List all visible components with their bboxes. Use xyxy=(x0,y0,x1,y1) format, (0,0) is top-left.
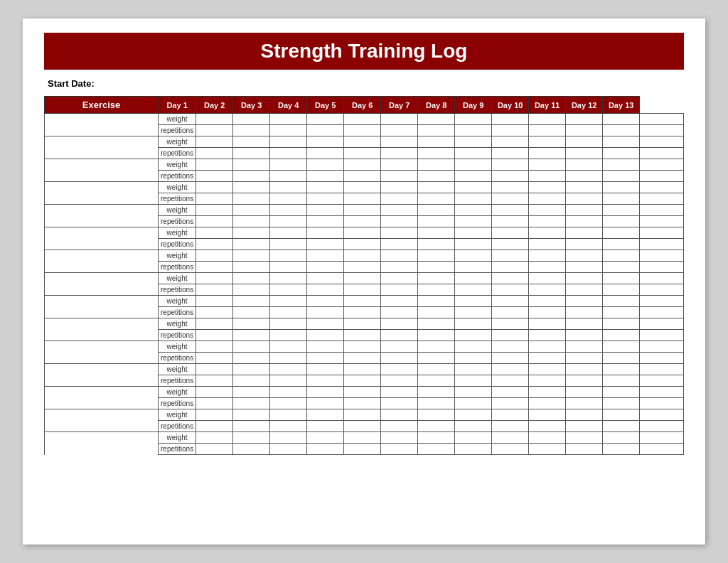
data-cell[interactable] xyxy=(196,364,233,375)
data-cell[interactable] xyxy=(196,171,233,182)
data-cell[interactable] xyxy=(307,216,344,227)
data-cell[interactable] xyxy=(196,398,233,409)
data-cell[interactable] xyxy=(529,182,566,193)
data-cell[interactable] xyxy=(455,330,492,341)
data-cell[interactable] xyxy=(270,262,307,273)
data-cell[interactable] xyxy=(529,159,566,171)
data-cell[interactable] xyxy=(492,421,529,432)
data-cell[interactable] xyxy=(566,387,603,398)
data-cell[interactable] xyxy=(381,330,418,341)
data-cell[interactable] xyxy=(381,375,418,387)
data-cell[interactable] xyxy=(381,432,418,444)
data-cell[interactable] xyxy=(455,125,492,136)
data-cell[interactable] xyxy=(529,444,566,455)
data-cell[interactable] xyxy=(418,171,455,182)
data-cell[interactable] xyxy=(307,227,344,239)
data-cell[interactable] xyxy=(492,284,529,296)
exercise-cell[interactable] xyxy=(45,182,159,205)
data-cell[interactable] xyxy=(381,409,418,421)
data-cell[interactable] xyxy=(529,216,566,227)
data-cell[interactable] xyxy=(492,216,529,227)
data-cell[interactable] xyxy=(344,273,381,284)
data-cell[interactable] xyxy=(640,159,684,171)
data-cell[interactable] xyxy=(196,353,233,364)
data-cell[interactable] xyxy=(418,409,455,421)
data-cell[interactable] xyxy=(270,421,307,432)
data-cell[interactable] xyxy=(492,307,529,318)
data-cell[interactable] xyxy=(603,409,640,421)
data-cell[interactable] xyxy=(381,307,418,318)
data-cell[interactable] xyxy=(455,284,492,296)
data-cell[interactable] xyxy=(344,182,381,193)
data-cell[interactable] xyxy=(418,148,455,159)
data-cell[interactable] xyxy=(270,273,307,284)
data-cell[interactable] xyxy=(270,353,307,364)
data-cell[interactable] xyxy=(344,353,381,364)
data-cell[interactable] xyxy=(270,193,307,205)
data-cell[interactable] xyxy=(640,262,684,273)
data-cell[interactable] xyxy=(381,205,418,216)
data-cell[interactable] xyxy=(233,114,270,125)
data-cell[interactable] xyxy=(640,341,684,353)
data-cell[interactable] xyxy=(270,307,307,318)
data-cell[interactable] xyxy=(233,205,270,216)
data-cell[interactable] xyxy=(344,398,381,409)
data-cell[interactable] xyxy=(640,182,684,193)
data-cell[interactable] xyxy=(529,171,566,182)
data-cell[interactable] xyxy=(640,307,684,318)
data-cell[interactable] xyxy=(603,216,640,227)
data-cell[interactable] xyxy=(603,284,640,296)
data-cell[interactable] xyxy=(196,296,233,307)
data-cell[interactable] xyxy=(418,159,455,171)
data-cell[interactable] xyxy=(455,148,492,159)
data-cell[interactable] xyxy=(196,432,233,444)
data-cell[interactable] xyxy=(492,273,529,284)
exercise-cell[interactable] xyxy=(45,409,159,432)
data-cell[interactable] xyxy=(492,318,529,330)
data-cell[interactable] xyxy=(455,239,492,250)
data-cell[interactable] xyxy=(455,159,492,171)
exercise-cell[interactable] xyxy=(45,136,159,159)
data-cell[interactable] xyxy=(418,205,455,216)
data-cell[interactable] xyxy=(381,341,418,353)
data-cell[interactable] xyxy=(492,114,529,125)
data-cell[interactable] xyxy=(344,125,381,136)
data-cell[interactable] xyxy=(381,284,418,296)
data-cell[interactable] xyxy=(418,125,455,136)
data-cell[interactable] xyxy=(344,387,381,398)
data-cell[interactable] xyxy=(529,421,566,432)
data-cell[interactable] xyxy=(529,432,566,444)
data-cell[interactable] xyxy=(233,432,270,444)
data-cell[interactable] xyxy=(492,239,529,250)
data-cell[interactable] xyxy=(603,171,640,182)
data-cell[interactable] xyxy=(307,273,344,284)
data-cell[interactable] xyxy=(418,136,455,148)
data-cell[interactable] xyxy=(603,262,640,273)
data-cell[interactable] xyxy=(418,432,455,444)
data-cell[interactable] xyxy=(344,330,381,341)
data-cell[interactable] xyxy=(603,125,640,136)
data-cell[interactable] xyxy=(455,171,492,182)
data-cell[interactable] xyxy=(492,262,529,273)
data-cell[interactable] xyxy=(270,341,307,353)
data-cell[interactable] xyxy=(270,148,307,159)
data-cell[interactable] xyxy=(640,353,684,364)
data-cell[interactable] xyxy=(566,284,603,296)
data-cell[interactable] xyxy=(381,182,418,193)
exercise-cell[interactable] xyxy=(45,432,159,455)
data-cell[interactable] xyxy=(455,205,492,216)
data-cell[interactable] xyxy=(233,262,270,273)
data-cell[interactable] xyxy=(307,136,344,148)
data-cell[interactable] xyxy=(418,262,455,273)
data-cell[interactable] xyxy=(270,284,307,296)
data-cell[interactable] xyxy=(566,193,603,205)
data-cell[interactable] xyxy=(418,284,455,296)
data-cell[interactable] xyxy=(307,148,344,159)
data-cell[interactable] xyxy=(196,136,233,148)
data-cell[interactable] xyxy=(529,273,566,284)
data-cell[interactable] xyxy=(270,159,307,171)
data-cell[interactable] xyxy=(603,444,640,455)
data-cell[interactable] xyxy=(196,125,233,136)
data-cell[interactable] xyxy=(566,318,603,330)
data-cell[interactable] xyxy=(196,444,233,455)
